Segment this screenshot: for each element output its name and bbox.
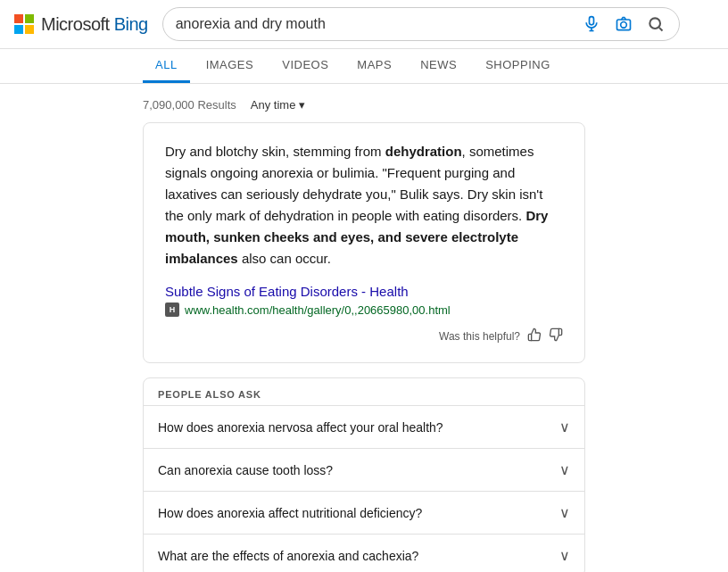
paa-chevron-3-icon: ∨ xyxy=(559,504,570,521)
anytime-chevron-icon: ▾ xyxy=(299,98,305,112)
svg-point-4 xyxy=(620,22,626,29)
paa-chevron-4-icon: ∨ xyxy=(559,547,570,564)
result-body-text: Dry and blotchy skin, stemming from dehy… xyxy=(165,141,563,269)
search-bar xyxy=(162,7,680,41)
thumbup-button[interactable] xyxy=(527,327,542,344)
search-icon-group xyxy=(581,13,666,35)
logo-text: Microsoft Bing xyxy=(41,14,148,35)
paa-question-2: Can anorexia cause tooth loss? xyxy=(158,463,333,477)
result-link[interactable]: Subtle Signs of Eating Disorders - Healt… xyxy=(165,284,563,299)
tab-maps[interactable]: MAPS xyxy=(344,49,404,83)
result-card: Dry and blotchy skin, stemming from dehy… xyxy=(143,122,585,363)
paa-chevron-2-icon: ∨ xyxy=(559,461,570,478)
paa-item-1[interactable]: How does anorexia nervosa affect your or… xyxy=(144,405,584,448)
health-icon: H xyxy=(165,303,179,317)
paa-chevron-1-icon: ∨ xyxy=(559,419,570,435)
results-meta: 7,090,000 Results Any time ▾ xyxy=(143,98,585,112)
svg-point-5 xyxy=(649,18,660,29)
results-count: 7,090,000 Results xyxy=(143,98,236,112)
result-url-row: H www.health.com/health/gallery/0,,20665… xyxy=(165,303,563,317)
paa-question-4: What are the effects of anorexia and cac… xyxy=(158,549,418,563)
paa-item-4[interactable]: What are the effects of anorexia and cac… xyxy=(144,534,584,572)
header: Microsoft Bing xyxy=(0,0,728,49)
helpful-row: Was this helpful? xyxy=(165,327,563,344)
tab-news[interactable]: NEWS xyxy=(408,49,469,83)
paa-label: PEOPLE ALSO ASK xyxy=(144,378,584,405)
paa-question-1: How does anorexia nervosa affect your or… xyxy=(158,420,443,435)
svg-rect-0 xyxy=(589,17,593,25)
mic-button[interactable] xyxy=(581,13,602,35)
tab-all[interactable]: ALL xyxy=(143,49,190,83)
ms-logo-icon xyxy=(14,14,34,34)
paa-item-2[interactable]: Can anorexia cause tooth loss? ∨ xyxy=(144,448,584,491)
result-url: www.health.com/health/gallery/0,,2066598… xyxy=(185,303,451,317)
camera-button[interactable] xyxy=(613,13,634,35)
thumbdown-button[interactable] xyxy=(549,327,563,344)
tab-videos[interactable]: VIDEOS xyxy=(269,49,341,83)
helpful-label: Was this helpful? xyxy=(439,330,520,343)
tab-shopping[interactable]: SHOPPING xyxy=(473,49,563,83)
tab-images[interactable]: IMAGES xyxy=(194,49,267,83)
logo-container: Microsoft Bing xyxy=(14,14,148,35)
paa-item-3[interactable]: How does anorexia affect nutritional def… xyxy=(144,491,584,534)
paa-question-3: How does anorexia affect nutritional def… xyxy=(158,506,422,520)
people-also-ask-section: PEOPLE ALSO ASK How does anorexia nervos… xyxy=(143,377,585,572)
anytime-filter[interactable]: Any time ▾ xyxy=(251,98,306,112)
search-button[interactable] xyxy=(645,13,666,35)
nav-tabs: ALL IMAGES VIDEOS MAPS NEWS SHOPPING xyxy=(0,49,728,84)
search-input[interactable] xyxy=(176,16,574,32)
svg-line-6 xyxy=(659,28,663,31)
main-content: 7,090,000 Results Any time ▾ Dry and blo… xyxy=(0,84,728,572)
